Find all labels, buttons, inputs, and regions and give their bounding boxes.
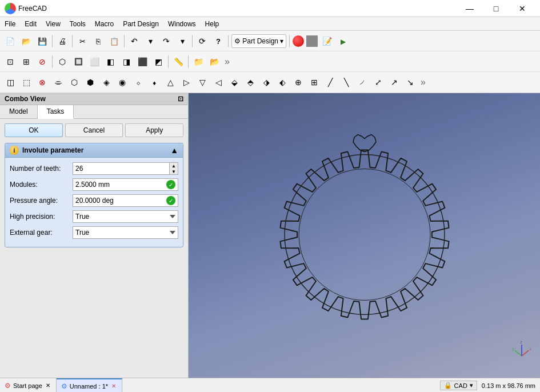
apply-button[interactable]: Apply (125, 123, 183, 137)
menu-macro[interactable]: Macro (90, 17, 118, 30)
paste-button[interactable] (106, 33, 122, 49)
print-button[interactable]: 🖨 (54, 33, 70, 49)
pd-btn5[interactable]: ⬡ (66, 74, 82, 90)
help-button[interactable] (210, 33, 226, 49)
pd-btn26[interactable]: ↘ (402, 74, 418, 90)
pd-icon5: ⬡ (71, 78, 78, 87)
right-button[interactable]: ◧ (102, 54, 118, 70)
high-precision-select[interactable]: True False (73, 210, 178, 223)
bottom-button[interactable]: ⬛ (134, 54, 150, 70)
pd-btn22[interactable]: ╲ (338, 74, 354, 90)
pd-btn16[interactable]: ⬘ (242, 74, 258, 90)
record-button[interactable] (293, 35, 304, 47)
undo-button[interactable] (126, 33, 142, 49)
spinbox-up[interactable]: ▲ (170, 163, 178, 169)
pd-btn9[interactable]: ⬦ (130, 74, 146, 90)
cut-button[interactable] (74, 33, 90, 49)
involute-header[interactable]: i Involute parameter ▲ (5, 143, 183, 158)
menu-windows[interactable]: Windows (163, 17, 201, 30)
tab-model[interactable]: Model (0, 105, 38, 118)
external-gear-select[interactable]: True False (73, 226, 178, 239)
menu-tools[interactable]: Tools (65, 17, 90, 30)
save-button[interactable] (34, 33, 50, 49)
macro-run-button[interactable] (335, 33, 351, 49)
pd-icon14: ◁ (215, 78, 222, 87)
collapse-icon[interactable]: ▲ (170, 146, 178, 155)
redo-button[interactable] (158, 33, 174, 49)
modules-value-field[interactable]: 2.5000 mm ✓ (73, 178, 178, 191)
ok-button[interactable]: OK (5, 123, 63, 137)
undo-dropdown[interactable]: ▾ (142, 33, 158, 49)
pd-btn10[interactable]: ⬧ (146, 74, 162, 90)
menu-file[interactable]: File (0, 17, 20, 30)
spinbox-down[interactable]: ▼ (170, 169, 178, 174)
pd-btn1[interactable]: ◫ (2, 74, 18, 90)
unnamed-close-button[interactable]: ✕ (110, 383, 117, 389)
pd-btn2[interactable]: ⬚ (18, 74, 34, 90)
pd-btn19[interactable]: ⊕ (290, 74, 306, 90)
copy-button[interactable] (90, 33, 106, 49)
front-button[interactable]: 🔲 (70, 54, 86, 70)
fitsel-button[interactable]: ⊞ (18, 54, 34, 70)
rear-button[interactable]: ◨ (118, 54, 134, 70)
pd-btn15[interactable]: ⬙ (226, 74, 242, 90)
tab-start-page[interactable]: ⚙ Start page ✕ (0, 378, 57, 393)
menu-edit[interactable]: Edit (20, 17, 41, 30)
pd-btn3[interactable]: ⊗ (34, 74, 50, 90)
start-page-close-button[interactable]: ✕ (45, 382, 51, 389)
pd-btn13[interactable]: ▽ (194, 74, 210, 90)
pd-btn24[interactable]: ⤢ (370, 74, 386, 90)
pd-btn21[interactable]: ╱ (322, 74, 338, 90)
tab-unnamed[interactable]: ⚙ Unnamed : 1* ✕ (57, 378, 122, 393)
pd-btn14[interactable]: ◁ (210, 74, 226, 90)
folder-button[interactable]: 📁 (190, 54, 206, 70)
redo-dropdown[interactable]: ▾ (174, 33, 190, 49)
pd-btn6[interactable]: ⬢ (82, 74, 98, 90)
help-icon (216, 37, 221, 46)
svg-point-1 (299, 169, 430, 301)
pd-icon3: ⊗ (39, 78, 46, 87)
pd-btn20[interactable]: ⊞ (306, 74, 322, 90)
menu-view[interactable]: View (41, 17, 65, 30)
no-select-button[interactable]: ⊘ (34, 54, 50, 70)
new-button[interactable] (2, 33, 18, 49)
more-pd-button[interactable]: » (418, 77, 428, 87)
more-button[interactable]: » (222, 57, 232, 67)
folder2-icon: 📂 (210, 57, 219, 66)
fitall-button[interactable]: ⊡ (2, 54, 18, 70)
measure-button[interactable]: 📏 (170, 54, 186, 70)
top-button[interactable]: ⬜ (86, 54, 102, 70)
menu-help[interactable]: Help (201, 17, 224, 30)
folder2-button[interactable]: 📂 (206, 54, 222, 70)
pressure-value-field[interactable]: 20.0000 deg ✓ (73, 194, 178, 207)
pd-btn8[interactable]: ◉ (114, 74, 130, 90)
cad-label: CAD (454, 382, 467, 389)
pd-btn12[interactable]: ▷ (178, 74, 194, 90)
refresh-button[interactable] (194, 33, 210, 49)
iso-button[interactable]: ⬡ (54, 54, 70, 70)
unnamed-icon: ⚙ (61, 382, 67, 390)
cancel-button[interactable]: Cancel (65, 123, 123, 137)
pd-btn17[interactable]: ⬗ (258, 74, 274, 90)
pd-btn11[interactable]: △ (162, 74, 178, 90)
3d-viewport[interactable]: x y z (189, 93, 540, 378)
num-teeth-field[interactable] (73, 163, 169, 174)
cad-badge[interactable]: 🔒 CAD ▾ (440, 381, 477, 390)
stop-button[interactable] (306, 35, 318, 47)
pd-btn4[interactable]: ⌯ (50, 74, 66, 90)
pd-btn7[interactable]: ◈ (98, 74, 114, 90)
pd-btn18[interactable]: ⬖ (274, 74, 290, 90)
menu-partdesign[interactable]: Part Design (118, 17, 163, 30)
left-button[interactable]: ◩ (150, 54, 166, 70)
workbench-dropdown[interactable]: ⚙ Part Design ▾ (231, 34, 286, 48)
num-teeth-spinbox[interactable]: ▲ ▼ (73, 162, 178, 175)
close-button[interactable]: ✕ (509, 0, 535, 17)
macro-edit-button[interactable]: 📝 (319, 33, 335, 49)
pd-btn25[interactable]: ↗ (386, 74, 402, 90)
tab-tasks[interactable]: Tasks (38, 105, 74, 119)
minimize-button[interactable]: — (457, 0, 483, 17)
open-button[interactable] (18, 33, 34, 49)
pd-icon4: ⌯ (54, 78, 62, 87)
pd-btn23[interactable]: ⟋ (354, 74, 370, 90)
maximize-button[interactable]: □ (483, 0, 509, 17)
